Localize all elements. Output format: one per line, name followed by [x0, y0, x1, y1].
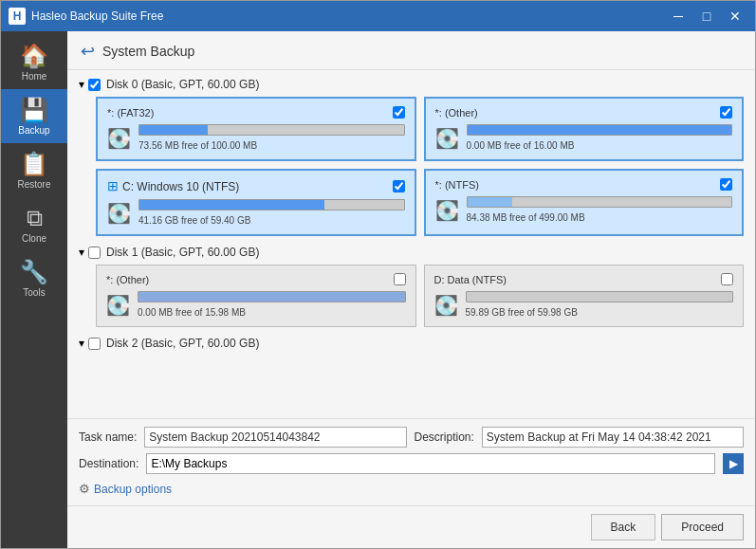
windows-logo-icon: ⊞ [107, 178, 119, 193]
drive-icon-1-1: 💽 [434, 294, 458, 317]
partition-size-1-0: 0.00 MB free of 15.98 MB [138, 307, 246, 318]
window-controls: ─ □ ✕ [666, 7, 747, 26]
destination-input[interactable] [146, 453, 715, 474]
content-header: ↩ System Backup [67, 31, 755, 70]
task-name-input[interactable] [144, 427, 406, 448]
clone-icon: ⧉ [27, 205, 43, 231]
description-label: Description: [415, 430, 474, 444]
partition-size-0-3: 84.38 MB free of 499.00 MB [467, 212, 585, 223]
maximize-button[interactable]: □ [694, 7, 719, 26]
system-backup-icon: ↩ [81, 41, 95, 62]
bottom-form: Task name: Description: Destination: ▶ ⚙… [67, 418, 755, 505]
partition-name-0-0: *: (FAT32) [107, 107, 393, 119]
partition-card-0-2[interactable]: ⊞C: Windows 10 (NTFS) 💽 4 [96, 169, 416, 236]
disk-1-partitions: *: (Other) 💽 0.00 MB free of 15.98 MB [96, 265, 744, 327]
progress-fill-0-3 [468, 197, 512, 207]
titlebar: H Hasleo Backup Suite Free ─ □ ✕ [1, 1, 755, 31]
destination-browse-button[interactable]: ▶ [723, 453, 744, 474]
sidebar-label-tools: Tools [23, 287, 45, 298]
content-area: ↩ System Backup ▾ Disk 0 (Basic, GPT, 60… [67, 31, 755, 548]
progress-bar-1-0 [138, 291, 406, 302]
progress-fill-0-1 [468, 125, 732, 135]
gear-icon: ⚙ [79, 482, 90, 496]
backup-options-row: ⚙ Backup options [79, 480, 744, 498]
drive-icon-1-0: 💽 [106, 294, 130, 317]
expand-disk-0-icon[interactable]: ▾ [79, 78, 84, 91]
drive-icon-0-2: 💽 [107, 202, 131, 225]
partition-name-0-3: *: (NTFS) [435, 179, 721, 191]
expand-disk-2-icon[interactable]: ▾ [79, 337, 84, 350]
progress-bar-0-3 [467, 196, 733, 208]
partition-size-0-2: 41.16 GB free of 59.40 GB [138, 215, 250, 226]
disk-0-label: Disk 0 (Basic, GPT, 60.00 GB) [106, 78, 259, 91]
disk-1-checkbox[interactable] [88, 247, 101, 259]
sidebar-item-home[interactable]: 🏠 Home [1, 35, 67, 89]
content-title: System Backup [102, 44, 194, 59]
sidebar-label-clone: Clone [22, 233, 46, 244]
partition-card-0-1[interactable]: *: (Other) 💽 0.00 MB free of 16.00 MB [424, 97, 745, 161]
window-title: Hasleo Backup Suite Free [31, 9, 666, 23]
sidebar-item-backup[interactable]: 💾 Backup [1, 89, 67, 143]
partition-size-1-1: 59.89 GB free of 59.98 GB [466, 307, 578, 318]
partition-size-0-1: 0.00 MB free of 16.00 MB [467, 140, 575, 151]
task-name-label: Task name: [79, 430, 137, 444]
disk-1-label: Disk 1 (Basic, GPT, 60.00 GB) [106, 246, 259, 259]
progress-fill-1-0 [138, 292, 405, 302]
partition-name-1-1: D: Data (NTFS) [434, 274, 722, 285]
progress-fill-0-2 [139, 200, 324, 210]
sidebar-item-clone[interactable]: ⧉ Clone [1, 197, 67, 251]
progress-bar-0-1 [467, 124, 733, 136]
destination-row: Destination: ▶ [79, 453, 744, 474]
partition-checkbox-1-1[interactable] [721, 273, 733, 285]
task-name-row: Task name: Description: [79, 427, 744, 448]
main-window: H Hasleo Backup Suite Free ─ □ ✕ 🏠 Home … [0, 0, 756, 549]
restore-icon: 📋 [20, 151, 48, 177]
backup-options-link[interactable]: Backup options [94, 483, 172, 496]
disk-1-header: ▾ Disk 1 (Basic, GPT, 60.00 GB) [79, 246, 744, 259]
sidebar-item-tools[interactable]: 🔧 Tools [1, 251, 67, 305]
drive-icon-0-1: 💽 [435, 127, 459, 150]
disk-2-section: ▾ Disk 2 (Basic, GPT, 60.00 GB) [79, 337, 744, 350]
disk-2-label: Disk 2 (Basic, GPT, 60.00 GB) [106, 337, 259, 350]
app-icon: H [9, 8, 26, 25]
partition-card-0-3[interactable]: *: (NTFS) 💽 84.38 MB free of 499.00 MB [424, 169, 745, 236]
proceed-button[interactable]: Proceed [661, 514, 744, 540]
disk-0-checkbox[interactable] [88, 79, 101, 91]
partition-checkbox-0-1[interactable] [720, 106, 732, 119]
drive-icon-0-3: 💽 [435, 199, 459, 222]
partition-name-1-0: *: (Other) [106, 274, 394, 285]
partition-name-0-1: *: (Other) [435, 107, 721, 119]
partition-name-0-2: ⊞C: Windows 10 (NTFS) [107, 178, 393, 193]
progress-bar-0-0 [138, 124, 405, 136]
partition-card-1-1[interactable]: D: Data (NTFS) 💽 59.89 GB free of 59.98 … [424, 265, 745, 327]
close-button[interactable]: ✕ [723, 7, 747, 26]
description-input[interactable] [482, 427, 744, 448]
progress-fill-1-1 [467, 292, 470, 302]
disk-2-header: ▾ Disk 2 (Basic, GPT, 60.00 GB) [79, 337, 744, 350]
partition-size-0-0: 73.56 MB free of 100.00 MB [138, 140, 257, 151]
expand-disk-1-icon[interactable]: ▾ [79, 246, 84, 259]
disk-0-partitions: *: (FAT32) 💽 73.56 MB free of 100.00 MB [96, 97, 744, 236]
partition-card-0-0[interactable]: *: (FAT32) 💽 73.56 MB free of 100.00 MB [96, 97, 416, 161]
progress-bar-0-2 [138, 199, 405, 210]
home-icon: 🏠 [20, 43, 48, 69]
minimize-button[interactable]: ─ [666, 7, 691, 26]
disk-0-header: ▾ Disk 0 (Basic, GPT, 60.00 GB) [79, 78, 744, 91]
destination-label: Destination: [79, 457, 138, 470]
backup-icon: 💾 [20, 97, 48, 123]
partition-card-1-0[interactable]: *: (Other) 💽 0.00 MB free of 15.98 MB [96, 265, 416, 327]
partition-checkbox-0-3[interactable] [720, 178, 732, 191]
progress-fill-0-0 [139, 125, 208, 135]
sidebar-item-restore[interactable]: 📋 Restore [1, 143, 67, 197]
partition-checkbox-0-0[interactable] [393, 106, 405, 119]
sidebar-label-backup: Backup [18, 125, 49, 136]
partition-checkbox-1-0[interactable] [394, 273, 406, 285]
disk-2-checkbox[interactable] [88, 338, 101, 350]
sidebar-label-restore: Restore [17, 179, 50, 190]
sidebar: 🏠 Home 💾 Backup 📋 Restore ⧉ Clone 🔧 Tool… [1, 31, 67, 548]
disk-1-section: ▾ Disk 1 (Basic, GPT, 60.00 GB) *: (Othe… [79, 246, 744, 327]
partition-checkbox-0-2[interactable] [393, 180, 405, 192]
back-button[interactable]: Back [591, 514, 656, 540]
disk-list[interactable]: ▾ Disk 0 (Basic, GPT, 60.00 GB) *: (FAT3… [67, 70, 755, 418]
drive-icon-0-0: 💽 [107, 127, 131, 150]
